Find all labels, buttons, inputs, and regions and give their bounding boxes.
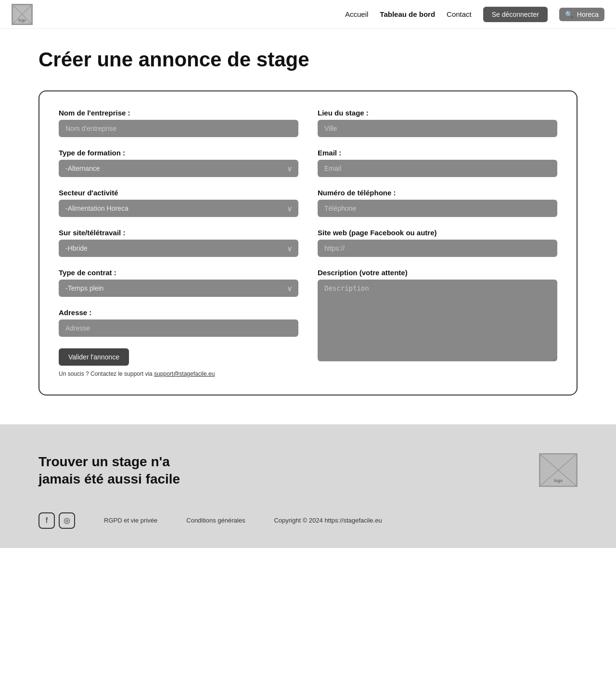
- validate-button[interactable]: Valider l'annonce: [59, 348, 129, 366]
- formation-label: Type de formation :: [59, 149, 298, 157]
- footer-socials: f ◎: [38, 512, 75, 529]
- support-prefix: Un soucis ? Contactez le support via: [59, 370, 154, 377]
- email-label: Email :: [318, 149, 557, 157]
- phone-input[interactable]: [318, 200, 557, 217]
- onsite-label: Sur site/télétravail :: [59, 229, 298, 237]
- footer-link-conditions[interactable]: Conditions générales: [186, 517, 245, 524]
- formation-group: Type de formation : -Alternance Autre: [59, 149, 298, 177]
- contract-select-wrapper: -Temps plein Temps partiel: [59, 280, 298, 297]
- company-group: Nom de l'entreprise :: [59, 109, 298, 137]
- form-card: Nom de l'entreprise : Type de formation …: [38, 90, 578, 395]
- website-input[interactable]: [318, 240, 557, 257]
- instagram-icon[interactable]: ◎: [59, 512, 75, 529]
- page-title: Créer une annonce de stage: [38, 48, 578, 71]
- description-group: Description (votre attente): [318, 268, 557, 363]
- footer-tagline: Trouver un stage n'a jamais été aussi fa…: [38, 453, 202, 488]
- nav-link-contact[interactable]: Contact: [447, 10, 472, 18]
- footer-logo: logo: [539, 453, 578, 487]
- website-group: Site web (page Facebook ou autre): [318, 229, 557, 257]
- search-icon: 🔍: [565, 11, 573, 18]
- disconnect-button[interactable]: Se déconnecter: [483, 7, 548, 22]
- contract-group: Type de contrat : -Temps plein Temps par…: [59, 268, 298, 297]
- description-textarea[interactable]: [318, 280, 557, 361]
- nav-logo: logo: [12, 4, 33, 25]
- main-content: Créer une annonce de stage Nom de l'entr…: [0, 29, 616, 424]
- email-group: Email :: [318, 149, 557, 177]
- formation-select-wrapper: -Alternance Autre: [59, 160, 298, 177]
- website-label: Site web (page Facebook ou autre): [318, 229, 557, 237]
- onsite-group: Sur site/télétravail : -Hbride Sur site …: [59, 229, 298, 257]
- phone-label: Numéro de téléphone :: [318, 189, 557, 197]
- location-group: Lieu du stage :: [318, 109, 557, 137]
- email-input[interactable]: [318, 160, 557, 177]
- footer-copyright: Copyright © 2024 https://stagefacile.eu: [274, 517, 382, 524]
- form-grid: Nom de l'entreprise : Type de formation …: [59, 109, 557, 377]
- nav-links: Accueil Tableau de bord Contact Se décon…: [345, 7, 604, 22]
- sector-select[interactable]: -Alimentation Horeca Autre: [59, 200, 298, 217]
- facebook-icon[interactable]: f: [38, 512, 55, 529]
- nav-link-tableau-de-bord[interactable]: Tableau de bord: [380, 10, 435, 18]
- sector-label: Secteur d'activité: [59, 189, 298, 197]
- search-bar[interactable]: 🔍 Horeca: [559, 8, 604, 21]
- svg-text:logo: logo: [554, 478, 563, 483]
- form-left-column: Nom de l'entreprise : Type de formation …: [59, 109, 298, 377]
- sector-select-wrapper: -Alimentation Horeca Autre: [59, 200, 298, 217]
- nav-link-accueil[interactable]: Accueil: [345, 10, 368, 18]
- contract-select[interactable]: -Temps plein Temps partiel: [59, 280, 298, 297]
- form-right-column: Lieu du stage : Email : Numéro de téléph…: [318, 109, 557, 377]
- onsite-select-wrapper: -Hbride Sur site Télétravail: [59, 240, 298, 257]
- svg-rect-0: [13, 5, 32, 24]
- company-input[interactable]: [59, 120, 298, 137]
- svg-text:logo: logo: [18, 18, 26, 22]
- address-group: Adresse :: [59, 308, 298, 337]
- svg-line-2: [13, 5, 32, 24]
- phone-group: Numéro de téléphone :: [318, 189, 557, 217]
- search-value: Horeca: [577, 11, 599, 18]
- formation-select[interactable]: -Alternance Autre: [59, 160, 298, 177]
- support-link[interactable]: support@stagefacile.eu: [154, 370, 215, 377]
- location-input[interactable]: [318, 120, 557, 137]
- create-annonce-form: Nom de l'entreprise : Type de formation …: [59, 109, 557, 377]
- footer-bottom: f ◎ RGPD et vie privée Conditions généra…: [38, 512, 578, 529]
- address-label: Adresse :: [59, 308, 298, 317]
- onsite-select[interactable]: -Hbride Sur site Télétravail: [59, 240, 298, 257]
- location-label: Lieu du stage :: [318, 109, 557, 117]
- svg-line-1: [13, 5, 32, 24]
- sector-group: Secteur d'activité -Alimentation Horeca …: [59, 189, 298, 217]
- contract-label: Type de contrat :: [59, 268, 298, 277]
- address-input[interactable]: [59, 319, 298, 337]
- form-bottom: Valider l'annonce Un soucis ? Contactez …: [59, 348, 298, 377]
- navbar: logo Accueil Tableau de bord Contact Se …: [0, 0, 616, 29]
- company-label: Nom de l'entreprise :: [59, 109, 298, 117]
- footer-top: Trouver un stage n'a jamais été aussi fa…: [38, 453, 578, 488]
- footer: Trouver un stage n'a jamais été aussi fa…: [0, 424, 616, 548]
- footer-link-rgpd[interactable]: RGPD et vie privée: [104, 517, 157, 524]
- description-label: Description (votre attente): [318, 268, 557, 277]
- support-text: Un soucis ? Contactez le support via sup…: [59, 370, 298, 377]
